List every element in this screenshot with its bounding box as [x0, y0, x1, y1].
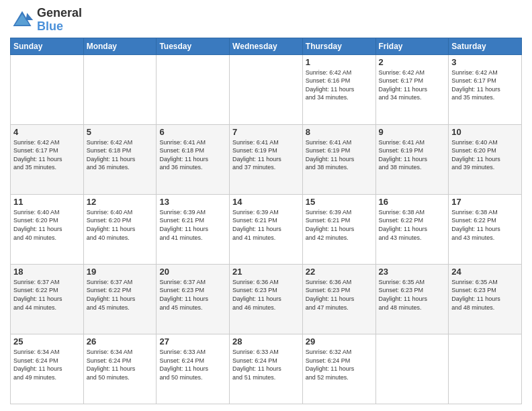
- calendar-cell: 21Sunrise: 6:36 AM Sunset: 6:23 PM Dayli…: [230, 264, 303, 334]
- calendar-cell: 19Sunrise: 6:37 AM Sunset: 6:22 PM Dayli…: [83, 264, 157, 334]
- day-info: Sunrise: 6:32 AM Sunset: 6:24 PM Dayligh…: [306, 348, 373, 381]
- calendar-header-friday: Friday: [375, 38, 449, 54]
- calendar-cell: 10Sunrise: 6:40 AM Sunset: 6:20 PM Dayli…: [449, 124, 522, 194]
- day-info: Sunrise: 6:38 AM Sunset: 6:22 PM Dayligh…: [451, 208, 519, 242]
- calendar-cell: 23Sunrise: 6:35 AM Sunset: 6:23 PM Dayli…: [375, 264, 449, 334]
- calendar-cell: [11, 54, 84, 124]
- header: General Blue: [10, 7, 522, 34]
- calendar-table: SundayMondayTuesdayWednesdayThursdayFrid…: [10, 38, 522, 404]
- day-info: Sunrise: 6:33 AM Sunset: 6:24 PM Dayligh…: [232, 348, 300, 381]
- calendar-cell: 27Sunrise: 6:33 AM Sunset: 6:24 PM Dayli…: [157, 334, 230, 404]
- day-number: 13: [159, 197, 226, 207]
- day-info: Sunrise: 6:41 AM Sunset: 6:18 PM Dayligh…: [159, 138, 226, 172]
- calendar-cell: 7Sunrise: 6:41 AM Sunset: 6:19 PM Daylig…: [230, 124, 303, 194]
- calendar-week-4: 18Sunrise: 6:37 AM Sunset: 6:22 PM Dayli…: [11, 264, 522, 334]
- calendar-cell: 6Sunrise: 6:41 AM Sunset: 6:18 PM Daylig…: [157, 124, 230, 194]
- day-info: Sunrise: 6:40 AM Sunset: 6:20 PM Dayligh…: [451, 138, 519, 172]
- day-number: 28: [232, 336, 300, 347]
- calendar-cell: 2Sunrise: 6:42 AM Sunset: 6:17 PM Daylig…: [375, 54, 449, 124]
- calendar-cell: 25Sunrise: 6:34 AM Sunset: 6:24 PM Dayli…: [11, 334, 84, 404]
- day-number: 5: [87, 127, 154, 137]
- day-number: 20: [159, 267, 226, 277]
- day-info: Sunrise: 6:39 AM Sunset: 6:21 PM Dayligh…: [159, 208, 226, 242]
- calendar-cell: [375, 334, 449, 404]
- day-number: 24: [451, 267, 519, 277]
- day-number: 21: [232, 267, 300, 277]
- day-number: 23: [379, 267, 446, 277]
- day-info: Sunrise: 6:37 AM Sunset: 6:23 PM Dayligh…: [159, 278, 226, 312]
- day-number: 10: [451, 127, 519, 137]
- day-number: 7: [232, 127, 300, 137]
- day-number: 3: [451, 57, 519, 67]
- calendar-cell: [230, 54, 303, 124]
- day-number: 16: [379, 197, 446, 207]
- calendar-cell: 24Sunrise: 6:35 AM Sunset: 6:23 PM Dayli…: [449, 264, 522, 334]
- day-number: 19: [87, 267, 154, 277]
- day-info: Sunrise: 6:42 AM Sunset: 6:17 PM Dayligh…: [451, 68, 519, 102]
- svg-marker-2: [26, 13, 33, 20]
- day-number: 25: [13, 336, 81, 347]
- calendar-header-sunday: Sunday: [11, 38, 84, 54]
- calendar-header-row: SundayMondayTuesdayWednesdayThursdayFrid…: [11, 38, 522, 54]
- day-number: 8: [306, 127, 373, 137]
- calendar-cell: 8Sunrise: 6:41 AM Sunset: 6:19 PM Daylig…: [302, 124, 375, 194]
- calendar-header-wednesday: Wednesday: [230, 38, 303, 54]
- calendar-header-tuesday: Tuesday: [157, 38, 230, 54]
- day-info: Sunrise: 6:41 AM Sunset: 6:19 PM Dayligh…: [379, 138, 446, 172]
- day-info: Sunrise: 6:39 AM Sunset: 6:21 PM Dayligh…: [232, 208, 300, 242]
- calendar-cell: 28Sunrise: 6:33 AM Sunset: 6:24 PM Dayli…: [230, 334, 303, 404]
- calendar-week-1: 1Sunrise: 6:42 AM Sunset: 6:16 PM Daylig…: [11, 54, 522, 124]
- calendar-cell: [449, 334, 522, 404]
- day-info: Sunrise: 6:34 AM Sunset: 6:24 PM Dayligh…: [13, 348, 81, 381]
- calendar-cell: 5Sunrise: 6:42 AM Sunset: 6:18 PM Daylig…: [83, 124, 157, 194]
- calendar-cell: 18Sunrise: 6:37 AM Sunset: 6:22 PM Dayli…: [11, 264, 84, 334]
- day-number: 9: [379, 127, 446, 137]
- day-info: Sunrise: 6:37 AM Sunset: 6:22 PM Dayligh…: [87, 278, 154, 312]
- page: General Blue SundayMondayTuesdayWednesda…: [0, 0, 532, 411]
- logo-text: General Blue: [37, 7, 82, 34]
- day-info: Sunrise: 6:36 AM Sunset: 6:23 PM Dayligh…: [232, 278, 300, 312]
- day-info: Sunrise: 6:42 AM Sunset: 6:18 PM Dayligh…: [87, 138, 154, 172]
- calendar-cell: 13Sunrise: 6:39 AM Sunset: 6:21 PM Dayli…: [157, 194, 230, 264]
- day-number: 29: [306, 336, 373, 347]
- day-number: 11: [13, 197, 81, 207]
- day-number: 2: [379, 57, 446, 67]
- calendar-week-3: 11Sunrise: 6:40 AM Sunset: 6:20 PM Dayli…: [11, 194, 522, 264]
- day-info: Sunrise: 6:39 AM Sunset: 6:21 PM Dayligh…: [306, 208, 373, 242]
- day-info: Sunrise: 6:33 AM Sunset: 6:24 PM Dayligh…: [159, 348, 226, 381]
- day-number: 26: [87, 336, 154, 347]
- calendar-cell: 3Sunrise: 6:42 AM Sunset: 6:17 PM Daylig…: [449, 54, 522, 124]
- calendar-cell: 16Sunrise: 6:38 AM Sunset: 6:22 PM Dayli…: [375, 194, 449, 264]
- calendar-cell: 15Sunrise: 6:39 AM Sunset: 6:21 PM Dayli…: [302, 194, 375, 264]
- calendar-cell: 26Sunrise: 6:34 AM Sunset: 6:24 PM Dayli…: [83, 334, 157, 404]
- day-info: Sunrise: 6:41 AM Sunset: 6:19 PM Dayligh…: [232, 138, 300, 172]
- day-info: Sunrise: 6:40 AM Sunset: 6:20 PM Dayligh…: [87, 208, 154, 242]
- calendar-cell: 9Sunrise: 6:41 AM Sunset: 6:19 PM Daylig…: [375, 124, 449, 194]
- calendar-cell: 1Sunrise: 6:42 AM Sunset: 6:16 PM Daylig…: [302, 54, 375, 124]
- day-info: Sunrise: 6:40 AM Sunset: 6:20 PM Dayligh…: [13, 208, 81, 242]
- calendar-cell: 22Sunrise: 6:36 AM Sunset: 6:23 PM Dayli…: [302, 264, 375, 334]
- day-info: Sunrise: 6:35 AM Sunset: 6:23 PM Dayligh…: [451, 278, 519, 312]
- day-number: 6: [159, 127, 226, 137]
- day-info: Sunrise: 6:42 AM Sunset: 6:16 PM Dayligh…: [306, 68, 373, 102]
- calendar-header-saturday: Saturday: [449, 38, 522, 54]
- day-info: Sunrise: 6:41 AM Sunset: 6:19 PM Dayligh…: [306, 138, 373, 172]
- calendar-header-thursday: Thursday: [302, 38, 375, 54]
- logo: General Blue: [10, 7, 82, 34]
- calendar-cell: 14Sunrise: 6:39 AM Sunset: 6:21 PM Dayli…: [230, 194, 303, 264]
- calendar-cell: 12Sunrise: 6:40 AM Sunset: 6:20 PM Dayli…: [83, 194, 157, 264]
- day-number: 18: [13, 267, 81, 277]
- day-info: Sunrise: 6:42 AM Sunset: 6:17 PM Dayligh…: [379, 68, 446, 102]
- calendar-week-2: 4Sunrise: 6:42 AM Sunset: 6:17 PM Daylig…: [11, 124, 522, 194]
- calendar-cell: 4Sunrise: 6:42 AM Sunset: 6:17 PM Daylig…: [11, 124, 84, 194]
- calendar-cell: 17Sunrise: 6:38 AM Sunset: 6:22 PM Dayli…: [449, 194, 522, 264]
- day-number: 12: [87, 197, 154, 207]
- calendar-cell: 11Sunrise: 6:40 AM Sunset: 6:20 PM Dayli…: [11, 194, 84, 264]
- day-info: Sunrise: 6:37 AM Sunset: 6:22 PM Dayligh…: [13, 278, 81, 312]
- calendar-cell: [83, 54, 157, 124]
- day-info: Sunrise: 6:34 AM Sunset: 6:24 PM Dayligh…: [87, 348, 154, 381]
- day-info: Sunrise: 6:36 AM Sunset: 6:23 PM Dayligh…: [306, 278, 373, 312]
- day-number: 1: [306, 57, 373, 67]
- day-info: Sunrise: 6:38 AM Sunset: 6:22 PM Dayligh…: [379, 208, 446, 242]
- day-number: 27: [159, 336, 226, 347]
